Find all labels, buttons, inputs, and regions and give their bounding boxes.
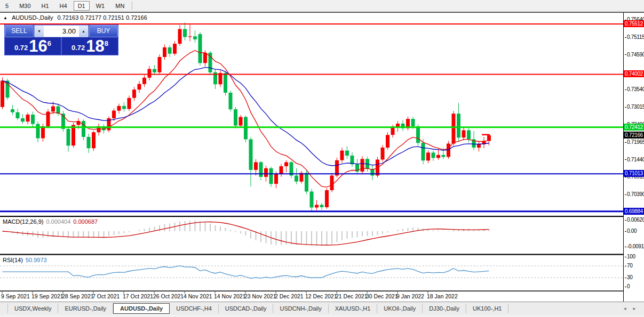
svg-text:23 Nov 2021: 23 Nov 2021 [244, 293, 276, 299]
tab-xauusd-h1[interactable]: XAUUSD-,H1 [329, 304, 378, 313]
volume-stepper: ▼ ▲ [34, 25, 89, 37]
macd-value-signal: 0.000687 [73, 218, 98, 225]
svg-text:4 Nov 2021: 4 Nov 2021 [184, 293, 212, 299]
svg-text:28 Sep 2021: 28 Sep 2021 [62, 293, 94, 299]
trading-platform-window: 5M30H1H4D1W1MN 9 Sep 202119 Sep 202128 S… [0, 0, 644, 317]
buy-button[interactable]: BUY [89, 25, 118, 37]
macd-name: MACD(12,26,9) [3, 218, 43, 225]
svg-text:21 Dec 2021: 21 Dec 2021 [336, 293, 368, 299]
buy-price-sup: 8 [105, 39, 108, 47]
rsi-axis-tick: 70 [625, 263, 633, 269]
tab-usdx-weekly[interactable]: USDX,Weekly [7, 304, 58, 313]
svg-text:26 Oct 2021: 26 Oct 2021 [153, 293, 184, 299]
price-tick: 0.73015 [625, 104, 644, 110]
one-click-trade-panel: SELL ▼ ▲ BUY 0.72 16 6 0.72 18 8 [4, 25, 118, 55]
price-badge: 0.72166 [624, 132, 644, 139]
buy-price-prefix: 0.72 [71, 43, 85, 53]
rsi-name: RSI(14) [3, 257, 23, 263]
sell-price-sup: 6 [47, 39, 51, 47]
toolbar-separator [132, 2, 132, 10]
buy-price[interactable]: 0.72 18 8 [62, 37, 118, 55]
svg-text:18 Jan 2022: 18 Jan 2022 [427, 293, 458, 299]
macd-value-main: 0.000404 [46, 218, 70, 225]
tab-usdcad-daily[interactable]: USDCAD-,Daily [219, 304, 274, 313]
tabs-scroll-right-icon[interactable]: ► [632, 306, 637, 311]
volume-decrease-icon[interactable]: ▼ [35, 26, 44, 37]
sell-button[interactable]: SELL [5, 25, 34, 37]
sell-price[interactable]: 0.72 16 6 [5, 37, 62, 55]
symbol-title: AUDUSD-,Daily [12, 14, 53, 21]
timeframe-d1[interactable]: D1 [74, 1, 90, 11]
price-tick: 0.75115 [625, 34, 644, 40]
price-tick: 0.73540 [625, 86, 644, 92]
timeframe-5[interactable]: 5 [1, 2, 13, 10]
tab-ukoil-daily[interactable]: UKOil-,Daily [377, 304, 423, 313]
price-badge: 0.75512 [624, 20, 644, 27]
chart-window: 9 Sep 202119 Sep 202128 Sep 20217 Oct 20… [0, 12, 644, 302]
timeframe-w1[interactable]: W1 [92, 2, 109, 10]
collapse-arrow-icon[interactable]: ▲ [3, 15, 7, 20]
chart-header: ▲ AUDUSD-,Daily 0.72163 0.72177 0.72151 … [3, 14, 147, 21]
rsi-indicator-label: RSI(14)50.9973 [3, 257, 47, 263]
tab-audusd-daily[interactable]: AUDUSD-,Daily [113, 303, 170, 314]
svg-text:17 Oct 2021: 17 Oct 2021 [123, 293, 153, 299]
ohlc-readout: 0.72163 0.72177 0.72151 0.72166 [58, 14, 147, 21]
price-tick: 0.71965 [625, 139, 644, 145]
macd-axis-tick: 0.006201 [625, 217, 644, 223]
tab-eurusd-daily[interactable]: EURUSD-,Daily [58, 304, 113, 313]
svg-text:9 Sep 2021: 9 Sep 2021 [1, 293, 30, 299]
buy-price-big: 18 [86, 39, 104, 53]
macd-indicator-label: MACD(12,26,9)0.0004040.000687 [3, 218, 98, 225]
svg-text:7 Oct 2021: 7 Oct 2021 [92, 293, 120, 299]
price-badge: 0.74002 [624, 70, 644, 77]
tab-uk100-h1[interactable]: UK100-,H1 [466, 304, 508, 313]
volume-input[interactable] [44, 26, 79, 37]
volume-increase-icon[interactable]: ▲ [79, 26, 88, 37]
price-badge: 0.71013 [624, 170, 644, 177]
price-chart[interactable]: 9 Sep 202119 Sep 202128 Sep 20217 Oct 20… [0, 13, 623, 302]
macd-axis-tick: -0.009197 [625, 243, 644, 249]
sell-price-prefix: 0.72 [14, 43, 28, 53]
timeframe-mn[interactable]: MN [111, 2, 129, 10]
rsi-value: 50.9973 [26, 257, 47, 263]
price-axis[interactable]: 0.756400.751150.745900.735400.730150.724… [623, 13, 644, 302]
rsi-axis-tick: 0 [625, 283, 630, 289]
svg-text:19 Sep 2021: 19 Sep 2021 [31, 293, 63, 299]
tab-dj30-daily[interactable]: DJ30-,Daily [423, 304, 466, 313]
rsi-axis-tick: 30 [625, 274, 633, 280]
tab-usdchf-h4[interactable]: USDCHF-,H4 [170, 304, 219, 313]
symbol-tabbar: USDX,WeeklyEURUSD-,DailyAUDUSD-,DailyUSD… [0, 302, 644, 315]
price-badge: 0.72412 [624, 124, 644, 131]
timeframe-toolbar: 5M30H1H4D1W1MN [0, 0, 644, 12]
svg-text:30 Dec 2021: 30 Dec 2021 [366, 293, 398, 299]
status-strip [0, 315, 644, 317]
tab-usdcnh-daily[interactable]: USDCNH-,Daily [273, 304, 328, 313]
price-tick: 0.70390 [625, 191, 644, 197]
timeframe-h4[interactable]: H4 [55, 2, 71, 10]
sell-price-big: 16 [29, 39, 47, 53]
svg-text:9 Jan 2022: 9 Jan 2022 [396, 293, 424, 299]
price-tick: 0.71440 [625, 157, 644, 162]
timeframe-m30[interactable]: M30 [15, 2, 35, 10]
svg-text:2 Dec 2021: 2 Dec 2021 [275, 293, 304, 299]
price-badge: 0.69884 [624, 208, 644, 215]
svg-text:14 Nov 2021: 14 Nov 2021 [214, 293, 246, 299]
timeframe-h1[interactable]: H1 [37, 2, 53, 10]
svg-text:12 Dec 2021: 12 Dec 2021 [305, 293, 337, 299]
rsi-axis-tick: 100 [625, 254, 635, 259]
macd-axis-tick: 0.00 [625, 228, 637, 234]
price-tick: 0.74590 [625, 52, 644, 58]
tabs-scroll-left-icon[interactable]: ◄ [623, 306, 627, 311]
